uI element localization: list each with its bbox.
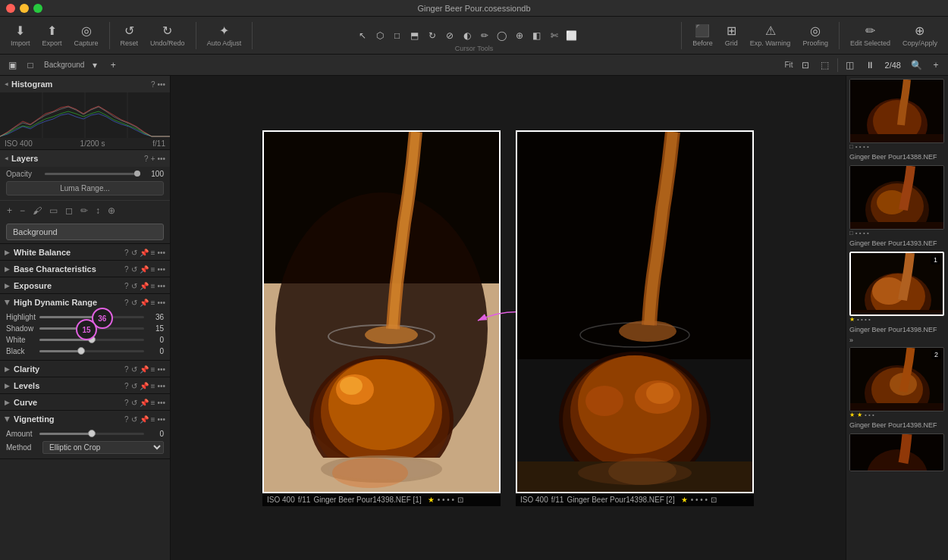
add-layer-icon[interactable]: + (5, 204, 14, 217)
pause-icon[interactable]: ⏸ (862, 58, 877, 73)
curve-header[interactable]: ▶ Curve ? ↺ 📌 ≡ ••• (0, 394, 170, 410)
levels-reset[interactable]: ↺ (131, 382, 137, 390)
cursor-tool-11[interactable]: ◧ (529, 28, 545, 43)
clarity-menu[interactable]: ≡ (151, 365, 155, 374)
vignetting-reset[interactable]: ↺ (131, 415, 137, 424)
hdr-reset[interactable]: ↺ (131, 299, 137, 307)
clarity-help[interactable]: ? (124, 365, 129, 374)
filmstrip-item-1[interactable]: □ • • • • Ginger Beer Pour14388.NEF (849, 79, 945, 162)
cursor-tool-10[interactable]: ⊕ (512, 28, 527, 43)
clarity-more[interactable]: ••• (157, 365, 165, 374)
brush-layer-icon[interactable]: 🖌 (30, 204, 44, 217)
view-toggle-1[interactable]: ▣ (5, 58, 20, 73)
grid-button[interactable]: ⊞ Grid (720, 22, 742, 48)
cursor-tool-2[interactable]: ⬡ (372, 28, 388, 43)
import-button[interactable]: ⬇ Import (6, 22, 35, 48)
copy-apply-button[interactable]: ⊕ Copy/Apply (898, 22, 942, 48)
filmstrip-item-5[interactable] (849, 433, 945, 471)
exposure-header[interactable]: ▶ Exposure ? ↺ 📌 ≡ ••• (0, 277, 170, 293)
base-char-more[interactable]: ••• (157, 265, 165, 274)
zoom-in-icon[interactable]: + (928, 58, 943, 73)
move-layer-icon[interactable]: ↕ (93, 204, 102, 217)
exposure-pin[interactable]: 📌 (140, 282, 149, 290)
levels-menu[interactable]: ≡ (151, 382, 155, 390)
wb-pin[interactable]: 📌 (140, 249, 149, 257)
hdr-more[interactable]: ••• (157, 299, 165, 307)
minimize-button[interactable] (20, 4, 29, 13)
vignetting-menu[interactable]: ≡ (151, 415, 155, 424)
reset-button[interactable]: ↺ Reset (116, 22, 143, 48)
cursor-tool-7[interactable]: ◐ (460, 28, 475, 43)
add-layer-button[interactable]: + (105, 58, 121, 73)
hdr-menu[interactable]: ≡ (151, 299, 155, 307)
curve-help[interactable]: ? (124, 399, 129, 407)
base-char-menu[interactable]: ≡ (151, 265, 155, 274)
maximize-button[interactable] (33, 4, 42, 13)
undo-redo-button[interactable]: ↻ Undo/Redo (146, 22, 190, 48)
black-slider[interactable] (39, 350, 144, 352)
histogram-menu-icon[interactable]: ••• (157, 80, 165, 89)
white-balance-header[interactable]: ▶ White Balance ? ↺ 📌 ≡ ••• (0, 244, 170, 260)
before-button[interactable]: ⬛ Before (688, 22, 717, 48)
curve-pin[interactable]: 📌 (140, 399, 149, 407)
exposure-help[interactable]: ? (124, 282, 129, 290)
edit-selected-button[interactable]: ✏ Edit Selected (846, 22, 895, 48)
levels-more[interactable]: ••• (157, 382, 165, 390)
clone-layer-icon[interactable]: ⊕ (105, 204, 118, 217)
cursor-tool-13[interactable]: ⬜ (564, 28, 579, 43)
remove-layer-icon[interactable]: − (17, 204, 27, 217)
auto-adjust-button[interactable]: ✦ Auto Adjust (202, 22, 246, 48)
histogram-info-icon[interactable]: ? (151, 80, 155, 89)
cursor-tool-4[interactable]: ⬒ (407, 28, 422, 43)
cursor-tool-8[interactable]: ✏ (477, 28, 492, 43)
proofing-button[interactable]: ◎ Proofing (798, 22, 833, 48)
highlight-slider[interactable]: 36 (39, 316, 144, 318)
exposure-menu[interactable]: ≡ (151, 282, 155, 290)
rect-layer-icon[interactable]: ▭ (47, 204, 60, 217)
shadow-slider[interactable]: 15 (39, 327, 144, 330)
close-button[interactable] (6, 4, 15, 13)
hdr-pin[interactable]: 📌 (140, 299, 149, 307)
levels-pin[interactable]: 📌 (140, 382, 149, 390)
exposure-reset[interactable]: ↺ (131, 282, 137, 290)
histogram-header[interactable]: ▾ Histogram ? ••• (0, 76, 170, 92)
paint-layer-icon[interactable]: ✏ (78, 204, 90, 217)
zoom-icon[interactable]: ⬚ (818, 58, 833, 73)
levels-help[interactable]: ? (124, 382, 129, 390)
hdr-header[interactable]: ▶ High Dynamic Range ? ↺ 📌 ≡ ••• (0, 294, 170, 310)
vignetting-method-select[interactable]: Elliptic on Crop (42, 441, 164, 454)
curve-reset[interactable]: ↺ (131, 399, 137, 407)
compare-icon[interactable]: ◫ (843, 58, 858, 73)
vignetting-amount-slider[interactable] (39, 433, 144, 435)
cursor-tool-6[interactable]: ⊘ (442, 28, 457, 43)
exp-warning-button[interactable]: ⚠ Exp. Warning (746, 22, 796, 48)
levels-header[interactable]: ▶ Levels ? ↺ 📌 ≡ ••• (0, 377, 170, 393)
cursor-tool-1[interactable]: ↖ (355, 28, 370, 43)
layer-dropdown-arrow[interactable]: ▾ (87, 58, 102, 73)
erase-layer-icon[interactable]: ◻ (63, 204, 75, 217)
layers-add-icon[interactable]: + (151, 155, 155, 163)
filmstrip-item-3[interactable]: 1 ★ • • • • Ginger Beer Pour14398.NEF » (849, 252, 945, 344)
curve-menu[interactable]: ≡ (151, 399, 155, 407)
layers-header[interactable]: ▾ Layers ? + ••• (0, 150, 170, 167)
fit-icon[interactable]: ⊡ (798, 58, 813, 73)
export-button[interactable]: ⬆ Export (38, 22, 67, 48)
clarity-pin[interactable]: 📌 (140, 365, 149, 374)
fit-label[interactable]: Fit (784, 61, 793, 69)
cursor-tool-9[interactable]: ◯ (494, 28, 510, 43)
vignetting-header[interactable]: ▶ Vignetting ? ↺ 📌 ≡ ••• (0, 411, 170, 427)
white-slider[interactable] (39, 339, 144, 341)
filmstrip-item-4[interactable]: 2 ★ ★ • • • Ginger Beer Pour14398.NEF (849, 347, 945, 430)
capture-button[interactable]: ◎ Capture (70, 22, 103, 48)
cursor-tool-3[interactable]: □ (390, 28, 405, 43)
cursor-tool-12[interactable]: ✄ (547, 28, 562, 43)
search-icon[interactable]: 🔍 (909, 58, 924, 73)
vignetting-help[interactable]: ? (124, 415, 129, 424)
vignetting-pin[interactable]: 📌 (140, 415, 149, 424)
wb-menu[interactable]: ≡ (151, 249, 155, 257)
layers-help-icon[interactable]: ? (144, 155, 149, 163)
layers-menu-icon[interactable]: ••• (157, 155, 165, 163)
vignetting-more[interactable]: ••• (157, 415, 165, 424)
photo-right-frame[interactable] (516, 130, 754, 493)
exposure-more[interactable]: ••• (157, 282, 165, 290)
